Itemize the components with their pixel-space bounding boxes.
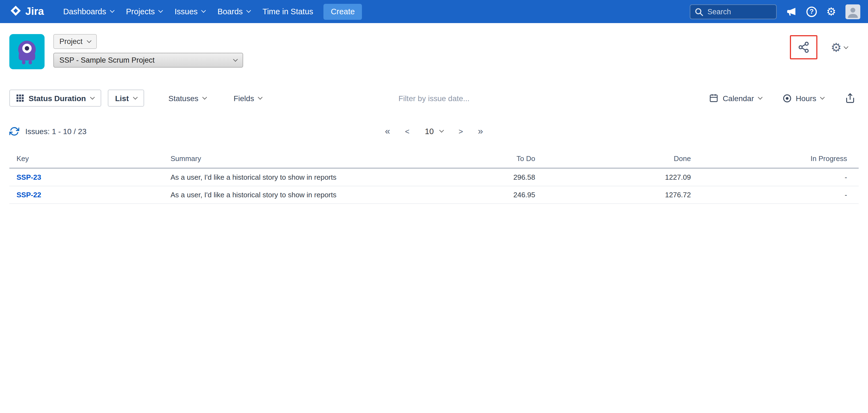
report-type-button[interactable]: Status Duration — [9, 90, 101, 107]
project-select[interactable]: SSP - Sample Scrum Project — [53, 53, 243, 68]
help-button[interactable]: ? — [806, 6, 817, 17]
share-button[interactable] — [798, 41, 810, 53]
in-progress-value: - — [691, 204, 859, 207]
navbar-right: ? ⚙ — [690, 4, 860, 19]
gear-icon: ⚙ — [826, 6, 836, 17]
done-value: 1227.09 — [535, 168, 691, 186]
units-menu[interactable]: Hours — [779, 93, 827, 103]
column-header-key[interactable]: Key — [9, 154, 170, 168]
nav-item-boards[interactable]: Boards — [212, 0, 257, 23]
chevron-down-icon — [133, 95, 138, 100]
chevron-down-icon — [201, 8, 206, 13]
column-header-summary[interactable]: Summary — [170, 154, 381, 168]
main-nav: Dashboards Projects Issues Boards Time i… — [57, 0, 319, 23]
todo-value: 246.95 — [381, 186, 535, 204]
nav-item-dashboards[interactable]: Dashboards — [57, 0, 120, 23]
done-value: 1276.72 — [535, 186, 691, 204]
table-row: SSP-22 As a user, I'd like a historical … — [9, 186, 859, 204]
nav-item-time-in-status[interactable]: Time in Status — [257, 0, 319, 23]
share-icon — [798, 41, 810, 53]
in-progress-value: - — [691, 168, 859, 186]
todo-value: 183.62 — [381, 204, 535, 207]
first-page-button[interactable]: « — [383, 126, 392, 137]
nav-label: Issues — [175, 7, 198, 16]
issues-row: Issues: 1 - 10 / 23 « < 10 > » — [9, 123, 859, 140]
nav-item-projects[interactable]: Projects — [120, 0, 168, 23]
project-selectors: Project SSP - Sample Scrum Project — [53, 34, 243, 68]
nav-item-issues[interactable]: Issues — [168, 0, 212, 23]
column-header-done[interactable]: Done — [535, 154, 691, 168]
grid-icon — [17, 95, 24, 102]
chevron-down-icon — [90, 95, 95, 100]
issues-table-wrap: Key Summary To Do Done In Progress SSP-2… — [9, 154, 859, 207]
megaphone-icon — [786, 6, 797, 17]
avatar — [845, 4, 860, 19]
project-type-button[interactable]: Project — [53, 34, 97, 49]
issues-table: Key Summary To Do Done In Progress SSP-2… — [9, 154, 859, 207]
toolbar-right: Calendar Hours — [706, 92, 859, 104]
report-type-label: Status Duration — [29, 94, 86, 103]
page-size-value: 10 — [425, 127, 434, 136]
project-type-label: Project — [59, 37, 83, 46]
view-mode-button[interactable]: List — [108, 90, 144, 107]
fields-menu[interactable]: Fields — [230, 93, 265, 103]
last-page-button[interactable]: » — [476, 126, 485, 137]
project-actions: ⚙ — [798, 41, 851, 55]
issue-summary: As a user, I'd like a historical story t… — [170, 190, 381, 200]
statuses-menu[interactable]: Statuses — [165, 93, 209, 103]
export-button[interactable] — [842, 92, 859, 104]
statuses-label: Statuses — [168, 94, 198, 103]
units-label: Hours — [796, 94, 816, 103]
calendar-label: Calendar — [723, 94, 754, 103]
create-button[interactable]: Create — [324, 4, 362, 20]
chevron-down-icon — [439, 128, 444, 133]
jira-logo[interactable]: Jira — [10, 5, 44, 19]
help-icon: ? — [806, 6, 817, 17]
chevron-down-icon — [758, 95, 763, 100]
gear-icon: ⚙ — [831, 42, 842, 54]
report-toolbar: Status Duration List Statuses Fields Cal… — [9, 90, 859, 107]
settings-button[interactable]: ⚙ — [826, 6, 836, 17]
project-avatar — [9, 34, 44, 71]
page: Jira Dashboards Projects Issues Boards T… — [0, 0, 868, 207]
table-row: SSP-23 As a user, I'd like a historical … — [9, 168, 859, 186]
fields-label: Fields — [234, 94, 254, 103]
export-icon — [845, 93, 855, 103]
prev-page-button[interactable]: < — [403, 127, 411, 136]
issues-table-body: SSP-23 As a user, I'd like a historical … — [9, 168, 859, 207]
chevron-down-icon — [258, 95, 262, 100]
report-settings-button[interactable]: ⚙ — [828, 41, 851, 55]
navbar-search — [690, 4, 777, 19]
jira-wordmark: Jira — [25, 5, 44, 18]
issue-key-link[interactable]: SSP-22 — [17, 191, 41, 199]
top-navbar: Jira Dashboards Projects Issues Boards T… — [0, 0, 868, 23]
column-header-todo[interactable]: To Do — [381, 154, 535, 168]
in-progress-value: - — [691, 186, 859, 204]
issue-date-filter-input[interactable] — [343, 93, 525, 103]
column-header-in-progress[interactable]: In Progress — [691, 154, 859, 168]
next-page-button[interactable]: > — [457, 127, 465, 136]
chevron-down-icon — [246, 8, 251, 13]
page-size-select[interactable]: 10 — [423, 127, 445, 136]
chevron-down-icon — [233, 57, 238, 62]
nav-label: Boards — [218, 7, 243, 16]
calendar-icon — [709, 94, 718, 103]
refresh-icon — [9, 127, 19, 136]
calendar-menu[interactable]: Calendar — [706, 93, 765, 103]
issues-count-label: Issues: 1 - 10 / 23 — [25, 127, 87, 136]
jira-logo-icon — [10, 5, 22, 19]
nav-label: Projects — [126, 7, 155, 16]
chevron-down-icon — [820, 95, 825, 100]
feedback-button[interactable] — [786, 6, 797, 17]
hours-icon — [782, 94, 791, 103]
chevron-down-icon — [158, 8, 163, 13]
pagination: « < 10 > » — [383, 126, 485, 137]
refresh-button[interactable] — [9, 127, 19, 136]
profile-button[interactable] — [845, 4, 860, 19]
table-header-row: Key Summary To Do Done In Progress — [9, 154, 859, 168]
issue-key-link[interactable]: SSP-23 — [17, 173, 41, 181]
search-icon — [695, 7, 704, 16]
chevron-down-icon — [202, 95, 207, 100]
table-row: SSP-21 As a user, I'd like a historical … — [9, 204, 859, 207]
chevron-down-icon — [87, 38, 92, 43]
